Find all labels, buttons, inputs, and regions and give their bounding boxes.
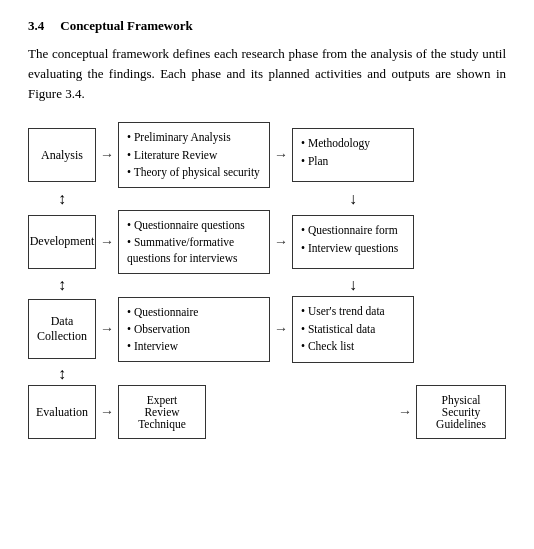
row-analysis: Analysis → Preliminary Analysis Literatu… [28,122,506,187]
body-text: The conceptual framework defines each re… [28,44,506,104]
middle-box-datacollection: Questionnaire Observation Interview [118,297,270,362]
spacer-1: ↕ ↓ [28,188,506,210]
middle-box-analysis: Preliminary Analysis Literature Review T… [118,122,270,187]
section-header: 3.4 Conceptual Framework [28,18,506,34]
left-box-datacollection: DataCollection [28,299,96,359]
right-box-development: Questionnaire form Interview questions [292,215,414,269]
eval-mid-box: ExpertReviewTechnique [118,385,206,439]
section-number: 3.4 [28,18,44,34]
v-arrow-1: ↕ [28,188,96,210]
spacer-3: ↕ [28,363,506,385]
arrow-development-middle: → [96,234,118,250]
row-datacollection: DataCollection → Questionnaire Observati… [28,296,506,363]
arrow-eval-right: → [394,404,416,420]
section-title: Conceptual Framework [60,18,193,34]
v-arrow-3: ↕ [28,363,96,385]
left-box-evaluation: Evaluation [28,385,96,439]
down-arrow-2: ↓ [292,274,414,296]
row-development: Development → Questionnaire questions Su… [28,210,506,274]
diagram: Analysis → Preliminary Analysis Literatu… [28,122,506,439]
right-box-analysis: Methodology Plan [292,128,414,182]
left-box-development: Development [28,215,96,269]
right-box-datacollection: User's trend data Statistical data Check… [292,296,414,363]
arrow-middle-right-development: → [270,234,292,250]
arrow-middle-right-datacollection: → [270,321,292,337]
down-arrow-1: ↓ [292,188,414,210]
spacer-2: ↕ ↓ [28,274,506,296]
left-box-analysis: Analysis [28,128,96,182]
arrow-middle-right-analysis: → [270,147,292,163]
middle-box-development: Questionnaire questions Summative/format… [118,210,270,274]
v-arrow-2: ↕ [28,274,96,296]
row-evaluation: Evaluation → ExpertReviewTechnique → Phy… [28,385,506,439]
arrow-analysis-middle: → [96,147,118,163]
arrow-evaluation-mid: → [96,404,118,420]
eval-right-box: PhysicalSecurityGuidelines [416,385,506,439]
arrow-datacollection-middle: → [96,321,118,337]
